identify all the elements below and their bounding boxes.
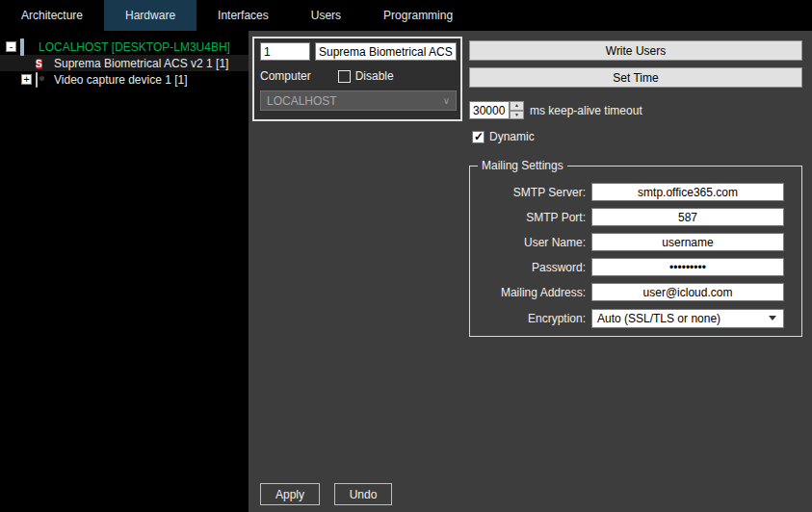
keep-alive-stepper: ▲ ▼ [510,101,524,119]
tree-node-localhost[interactable]: - LOCALHOST [DESKTOP-LM3U4BH] [0,38,249,55]
device-name-input[interactable] [315,42,457,61]
stepper-down-icon[interactable]: ▼ [510,111,524,120]
write-users-button[interactable]: Write Users [469,40,802,61]
chevron-down-icon: ∨ [443,95,450,106]
application-window: Architecture Hardware Interfaces Users P… [0,0,812,512]
undo-button[interactable]: Undo [334,483,392,505]
computer-label: Computer [260,69,311,83]
video-capture-icon [36,73,50,86]
tab-bar: Architecture Hardware Interfaces Users P… [0,0,812,31]
smtp-port-row: SMTP Port: [470,207,801,227]
chevron-down-icon [769,316,776,320]
encryption-row: Encryption: Auto (SSL/TLS or none) [470,308,801,328]
password-input[interactable] [591,258,784,276]
computer-disable-row: Computer Disable [260,69,455,83]
tree-node-suprema-device[interactable]: S Suprema Biometrical ACS v2 1 [1] [0,55,249,71]
mailing-address-label: Mailing Address: [470,286,591,299]
smtp-server-label: SMTP Server: [470,186,591,199]
user-name-label: User Name: [470,236,591,249]
smtp-port-input[interactable] [591,208,784,226]
dynamic-checkbox[interactable] [472,131,485,143]
user-name-input[interactable] [591,233,784,251]
computer-select-value: LOCALHOST [267,94,337,108]
smtp-server-input[interactable] [591,183,784,201]
mailing-address-input[interactable] [591,283,784,301]
suprema-device-icon: S [36,57,50,69]
disable-label: Disable [355,69,394,83]
tree-node-label: Suprema Biometrical ACS v2 1 [1] [54,57,228,70]
computer-icon [20,40,35,53]
keep-alive-row: ▲ ▼ ms keep-alive timeout [469,101,642,119]
device-identity-row [260,42,455,61]
stepper-up-icon[interactable]: ▲ [510,101,524,111]
smtp-server-row: SMTP Server: [470,182,801,202]
password-label: Password: [470,261,591,274]
tree-node-label: Video capture device 1 [1] [54,73,188,87]
tab-interfaces[interactable]: Interfaces [196,0,290,31]
encryption-select-value: Auto (SSL/TLS or none) [597,312,720,325]
disable-checkbox[interactable] [338,70,351,83]
keep-alive-label: ms keep-alive timeout [530,104,642,117]
tab-hardware[interactable]: Hardware [104,0,196,31]
dynamic-row: Dynamic [472,130,535,143]
device-settings-panel: Computer Disable LOCALHOST ∨ Write Users… [249,31,812,512]
expand-icon[interactable]: + [21,74,32,85]
device-identity-box: Computer Disable LOCALHOST ∨ [252,37,462,121]
encryption-select[interactable]: Auto (SSL/TLS or none) [591,309,784,328]
smtp-port-label: SMTP Port: [470,211,591,224]
encryption-label: Encryption: [470,312,591,325]
computer-select[interactable]: LOCALHOST ∨ [260,90,457,111]
tab-users[interactable]: Users [290,0,362,31]
tree-node-label: LOCALHOST [DESKTOP-LM3U4BH] [39,40,230,54]
apply-button[interactable]: Apply [260,483,320,505]
password-row: Password: [470,257,801,277]
device-address-input[interactable] [260,42,310,61]
user-name-row: User Name: [470,232,801,252]
tab-programming[interactable]: Programming [362,0,474,31]
tree-node-video-capture[interactable]: + Video capture device 1 [1] [0,71,249,88]
mailing-settings-title: Mailing Settings [478,159,567,172]
tab-architecture[interactable]: Architecture [0,0,104,31]
mailing-address-row: Mailing Address: [470,282,801,302]
hardware-tree: - LOCALHOST [DESKTOP-LM3U4BH] S Suprema … [0,31,249,512]
dynamic-label: Dynamic [489,130,535,143]
mailing-settings-group: Mailing Settings SMTP Server: SMTP Port:… [469,166,802,337]
set-time-button[interactable]: Set Time [469,67,802,88]
collapse-icon[interactable]: - [6,41,16,52]
keep-alive-input[interactable] [469,101,510,119]
